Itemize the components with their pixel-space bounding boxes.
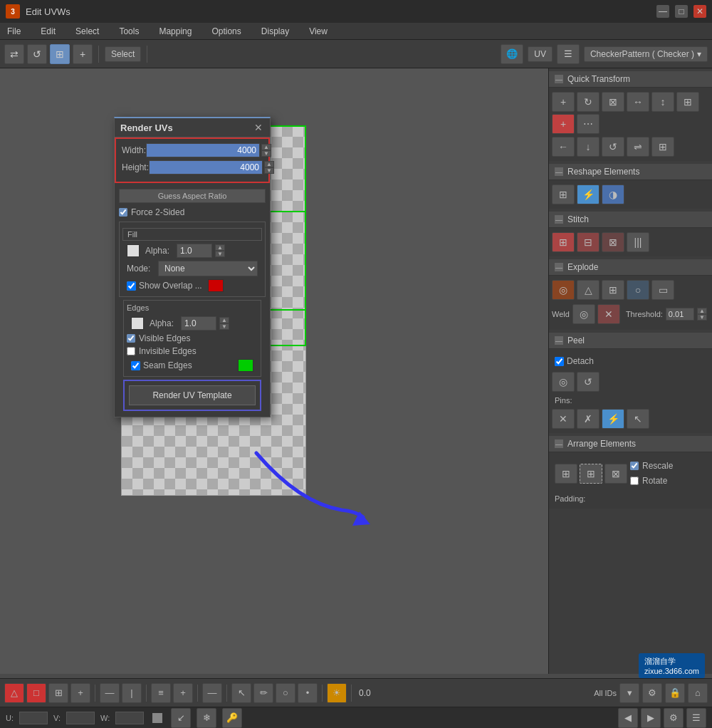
explode-toggle[interactable]: — <box>555 263 563 271</box>
weld-cross-button[interactable]: ✕ <box>597 304 620 324</box>
qt-scale-button[interactable]: ⊠ <box>602 92 624 112</box>
reshape-elements-toggle[interactable]: — <box>555 167 563 176</box>
checker-pattern-dropdown[interactable]: CheckerPattern ( Checker ) ▾ <box>584 46 708 62</box>
edges-alpha-spinner[interactable]: ▲ ▼ <box>219 317 229 330</box>
menu-options[interactable]: Options <box>207 25 245 38</box>
reshape-btn-2[interactable]: ⚡ <box>577 184 600 204</box>
explode-tri-button[interactable]: △ <box>577 280 600 300</box>
overlap-color-swatch[interactable] <box>208 279 224 292</box>
guess-aspect-ratio-button[interactable]: Guess Aspect Ratio <box>119 189 266 203</box>
menu-display[interactable]: Display <box>257 25 293 38</box>
bt-btn-circle[interactable]: ○ <box>276 683 295 703</box>
width-spinner[interactable]: ▲ ▼ <box>261 144 271 157</box>
peel-toggle[interactable]: — <box>555 336 563 345</box>
qt-move-button[interactable]: + <box>552 92 575 112</box>
v-input[interactable] <box>66 712 95 724</box>
height-up-button[interactable]: ▲ <box>264 161 274 167</box>
status-snow-button[interactable]: ❄ <box>197 708 216 728</box>
pin-btn-4[interactable]: ↖ <box>627 409 649 429</box>
qt-flip-v-button[interactable]: ↕ <box>651 92 674 112</box>
edges-color-swatch[interactable] <box>131 317 144 330</box>
stitch-btn-2[interactable]: ⊟ <box>577 232 600 252</box>
arrange-elements-toggle[interactable]: — <box>555 440 563 448</box>
menu-view[interactable]: View <box>305 25 332 38</box>
status-key-button[interactable]: 🔑 <box>222 708 242 728</box>
bt-btn-split-h[interactable]: — <box>100 683 120 703</box>
menu-tools[interactable]: Tools <box>115 25 143 38</box>
bt-btn-arrow[interactable]: ↖ <box>231 683 251 703</box>
width-input[interactable] <box>146 143 260 157</box>
explode-grid-button[interactable]: ⊞ <box>602 280 624 300</box>
stitch-toggle[interactable]: — <box>555 215 563 224</box>
stitch-btn-1[interactable]: ⊞ <box>552 232 575 252</box>
reshape-btn-1[interactable]: ⊞ <box>552 184 575 204</box>
stitch-btn-4[interactable]: ||| <box>627 232 649 252</box>
edges-alpha-down[interactable]: ▼ <box>219 323 229 330</box>
select-label[interactable]: Select <box>105 46 141 62</box>
arrange-btn-1[interactable]: ⊞ <box>555 464 577 484</box>
arrange-btn-3[interactable]: ⊠ <box>604 464 627 484</box>
qt-flip-h-button[interactable]: ↔ <box>627 92 649 112</box>
bt-btn-lock[interactable]: 🔒 <box>665 683 685 703</box>
menu-file[interactable]: File <box>3 25 25 38</box>
force-2-sided-checkbox[interactable] <box>119 208 127 217</box>
width-down-button[interactable]: ▼ <box>261 150 271 157</box>
edges-alpha-input[interactable] <box>181 316 216 331</box>
stitch-btn-3[interactable]: ⊠ <box>602 232 624 252</box>
detach-checkbox[interactable] <box>555 357 564 366</box>
bt-btn-home[interactable]: ⌂ <box>688 683 708 703</box>
height-spinner[interactable]: ▲ ▼ <box>264 161 274 174</box>
status-right-4[interactable]: ☰ <box>686 708 706 728</box>
invisible-edges-checkbox[interactable] <box>127 347 135 355</box>
weld-circle-button[interactable]: ◎ <box>572 304 595 324</box>
uv-list-button[interactable]: ☰ <box>557 44 580 64</box>
render-uv-template-button[interactable]: Render UV Template <box>129 385 256 405</box>
qt-move-v-button[interactable]: ↓ <box>577 137 600 157</box>
add-button[interactable]: + <box>73 44 93 64</box>
bt-btn-pen[interactable]: ✏ <box>253 683 273 703</box>
bt-btn-add[interactable]: + <box>70 683 90 703</box>
select-region-button[interactable]: ⊞ <box>50 44 70 64</box>
height-down-button[interactable]: ▼ <box>264 167 274 174</box>
menu-mapping[interactable]: Mapping <box>155 25 196 38</box>
qt-pin-button[interactable]: + <box>552 114 575 134</box>
qt-step-button[interactable]: ↺ <box>602 137 624 157</box>
fill-color-swatch[interactable] <box>127 244 140 257</box>
rotate-checkbox[interactable] <box>630 477 639 485</box>
status-arrow-button[interactable]: ↙ <box>171 708 191 728</box>
bt-btn-split-v[interactable]: | <box>122 683 142 703</box>
pin-btn-2[interactable]: ✗ <box>577 409 600 429</box>
explode-circle-button[interactable]: ○ <box>627 280 649 300</box>
qt-mirror-button[interactable]: ⇌ <box>627 137 649 157</box>
width-up-button[interactable]: ▲ <box>261 144 271 150</box>
pin-btn-1[interactable]: ✕ <box>552 409 575 429</box>
edges-alpha-up[interactable]: ▲ <box>219 317 229 323</box>
fill-alpha-up[interactable]: ▲ <box>215 244 225 251</box>
menu-select[interactable]: Select <box>71 25 103 38</box>
close-window-button[interactable]: ✕ <box>693 5 706 18</box>
u-input[interactable] <box>19 712 48 724</box>
bt-btn-dot[interactable]: • <box>298 683 318 703</box>
move-tool-button[interactable]: ⇄ <box>4 44 24 64</box>
fill-alpha-down[interactable]: ▼ <box>215 251 225 257</box>
bt-btn-distribute[interactable]: + <box>173 683 193 703</box>
explode-basket-button[interactable]: ◎ <box>552 280 575 300</box>
threshold-down[interactable]: ▼ <box>697 314 707 321</box>
threshold-input[interactable] <box>666 308 694 321</box>
explode-rect-button[interactable]: ▭ <box>651 280 674 300</box>
arrange-btn-2[interactable]: ⊞ <box>580 464 602 484</box>
threshold-up[interactable]: ▲ <box>697 308 707 314</box>
show-overlap-checkbox[interactable] <box>127 281 136 291</box>
pin-btn-3[interactable]: ⚡ <box>602 409 624 429</box>
maximize-button[interactable]: □ <box>675 5 688 18</box>
bt-btn-gear[interactable]: ⚙ <box>642 683 662 703</box>
dialog-close-button[interactable]: ✕ <box>253 122 264 133</box>
bt-ids-dropdown[interactable]: ▾ <box>619 683 639 703</box>
bt-btn-3d[interactable]: ⊞ <box>48 683 68 703</box>
peel-btn-1[interactable]: ◎ <box>552 372 575 392</box>
threshold-spinner[interactable]: ▲ ▼ <box>697 308 707 321</box>
mode-select[interactable]: None Constant Solid <box>158 261 258 276</box>
quick-transform-toggle[interactable]: — <box>555 75 563 83</box>
status-right-2[interactable]: ▶ <box>641 708 661 728</box>
bt-btn-align[interactable]: ≡ <box>151 683 171 703</box>
